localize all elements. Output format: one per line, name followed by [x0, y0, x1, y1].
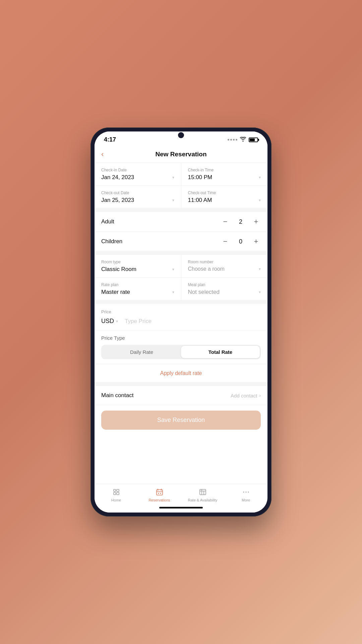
rate-plan-field[interactable]: Rate plan Master rate ▾: [95, 278, 181, 300]
page-header: ‹ New Reservation: [95, 146, 267, 163]
meal-plan-value: Not selected: [188, 289, 220, 296]
page-title: New Reservation: [155, 151, 206, 158]
save-btn-container: Save Reservation: [95, 405, 267, 435]
phone-shell: 4:17: [90, 127, 272, 517]
checkout-date-value-row: Jan 25, 2023 ▾: [101, 197, 174, 204]
adult-stepper: − 2 +: [221, 217, 261, 226]
apply-rate-button[interactable]: Apply default rate: [160, 370, 202, 376]
price-section-label: Price: [101, 309, 261, 314]
svg-rect-2: [117, 489, 119, 491]
plans-row: Rate plan Master rate ▾ Meal plan Not se…: [95, 278, 267, 301]
meal-plan-value-row: Not selected ▾: [188, 289, 261, 296]
checkin-date-label: Check-in Date: [101, 168, 174, 172]
checkout-time-value-row: 11:00 AM ▾: [188, 197, 261, 204]
meal-plan-field[interactable]: Meal plan Not selected ▾: [181, 278, 268, 300]
svg-rect-3: [117, 492, 119, 495]
room-number-value-row: Choose a room ▾: [188, 266, 261, 272]
room-number-chevron: ▾: [259, 267, 261, 271]
home-indicator: [159, 507, 203, 508]
checkin-date-chevron: ▾: [172, 175, 174, 180]
checkin-time-chevron: ▾: [259, 175, 261, 180]
checkin-date-value-row: Jan 24, 2023 ▾: [101, 174, 174, 181]
guests-section: Adult − 2 + Children − 0 +: [95, 212, 267, 252]
home-nav-label: Home: [111, 498, 121, 502]
svg-point-10: [248, 492, 249, 493]
add-contact-button[interactable]: Add contact ›: [231, 393, 261, 398]
room-number-label: Room number: [188, 260, 261, 264]
rate-plan-value-row: Master rate ▾: [101, 289, 174, 296]
nav-item-more[interactable]: More: [224, 487, 267, 502]
room-number-value: Choose a room: [188, 266, 225, 272]
contact-label: Main contact: [101, 392, 133, 399]
status-icons: [228, 137, 258, 143]
meal-plan-label: Meal plan: [188, 282, 261, 287]
room-type-field[interactable]: Room type Classic Room ▾: [95, 255, 181, 277]
divider-3: [95, 301, 267, 304]
nav-item-reservations[interactable]: Reservations: [138, 487, 181, 502]
children-value: 0: [237, 238, 244, 245]
checkout-time-field[interactable]: Check-out Time 11:00 AM ▾: [181, 186, 268, 208]
room-type-value-row: Classic Room ▾: [101, 266, 174, 273]
divider-4: [95, 383, 267, 386]
contact-row: Main contact Add contact ›: [95, 386, 267, 405]
room-section: Room type Classic Room ▾ Room number Cho…: [95, 255, 267, 301]
battery-icon: [249, 138, 258, 142]
price-type-section: Price Type Daily Rate Total Rate: [95, 330, 267, 364]
nav-item-rate[interactable]: Rate & Availability: [181, 487, 224, 502]
checkout-date-field[interactable]: Check-out Date Jan 25, 2023 ▾: [95, 186, 181, 208]
svg-rect-7: [200, 489, 206, 495]
reservations-nav-label: Reservations: [148, 498, 170, 502]
price-type-label: Price Type: [101, 335, 261, 341]
children-increment[interactable]: +: [251, 237, 261, 246]
svg-point-9: [245, 492, 246, 493]
svg-point-6: [160, 493, 161, 494]
signal-icon: [228, 139, 237, 141]
children-stepper: − 0 +: [221, 237, 261, 246]
currency-selector[interactable]: USD ▾: [101, 318, 118, 325]
home-bar: [95, 505, 267, 513]
nav-item-home[interactable]: Home: [95, 487, 138, 502]
checkout-date-value: Jan 25, 2023: [101, 197, 134, 204]
divider-1: [95, 209, 267, 212]
adult-value: 2: [237, 218, 244, 225]
checkout-date-chevron: ▾: [172, 198, 174, 203]
home-icon: [112, 487, 121, 497]
adult-decrement[interactable]: −: [221, 217, 230, 226]
scroll-content[interactable]: Check-in Date Jan 24, 2023 ▾ Check-in Ti…: [95, 163, 267, 484]
back-button[interactable]: ‹: [101, 150, 104, 159]
room-type-chevron: ▾: [172, 267, 174, 272]
checkin-date-field[interactable]: Check-in Date Jan 24, 2023 ▾: [95, 163, 181, 185]
daily-rate-btn[interactable]: Daily Rate: [102, 346, 181, 358]
checkout-time-value: 11:00 AM: [188, 197, 212, 204]
meal-plan-chevron: ▾: [259, 290, 261, 294]
add-contact-text: Add contact: [231, 393, 257, 398]
save-reservation-button[interactable]: Save Reservation: [101, 411, 261, 430]
room-number-field[interactable]: Room number Choose a room ▾: [181, 255, 268, 277]
price-input[interactable]: Type Price: [121, 318, 261, 325]
wifi-icon: [240, 137, 246, 143]
checkin-time-field[interactable]: Check-in Time 15:00 PM ▾: [181, 163, 268, 185]
rate-nav-label: Rate & Availability: [188, 498, 218, 502]
checkin-time-label: Check-in Time: [188, 168, 261, 172]
phone-screen: 4:17: [95, 131, 267, 513]
price-type-toggle: Daily Rate Total Rate: [101, 345, 261, 359]
checkin-row: Check-in Date Jan 24, 2023 ▾ Check-in Ti…: [95, 163, 267, 186]
checkin-section: Check-in Date Jan 24, 2023 ▾ Check-in Ti…: [95, 163, 267, 209]
adult-increment[interactable]: +: [251, 217, 261, 226]
bottom-nav: Home Reservations: [95, 484, 267, 505]
price-section: Price USD ▾ Type Price: [95, 304, 267, 330]
rate-plan-label: Rate plan: [101, 282, 174, 287]
checkout-row: Check-out Date Jan 25, 2023 ▾ Check-out …: [95, 186, 267, 209]
reservations-icon: [155, 487, 164, 497]
svg-point-8: [243, 492, 244, 493]
more-nav-label: More: [242, 498, 250, 502]
checkin-date-value: Jan 24, 2023: [101, 174, 134, 181]
total-rate-btn[interactable]: Total Rate: [181, 346, 260, 358]
svg-rect-0: [114, 489, 116, 491]
adult-label: Adult: [101, 218, 114, 225]
add-contact-chevron: ›: [259, 393, 261, 398]
price-input-row: USD ▾ Type Price: [101, 318, 261, 325]
more-icon: [241, 487, 251, 497]
children-decrement[interactable]: −: [221, 237, 230, 246]
currency-chevron: ▾: [116, 319, 118, 324]
